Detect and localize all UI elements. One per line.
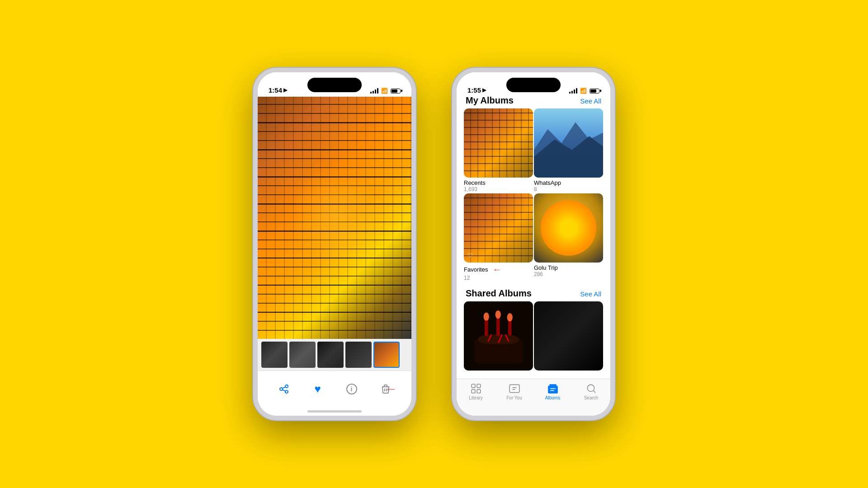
blind-slat-2 [258, 150, 411, 150]
signal-bar-2 [373, 91, 374, 94]
album-name-whatsapp: WhatsApp [534, 179, 603, 186]
battery-fill-2 [590, 89, 596, 93]
signal-bar-1 [370, 92, 372, 94]
album-name-golu: Golu Trip [534, 264, 603, 271]
phone2-screen: 1:55 ▶ 📶 + [457, 72, 610, 416]
tab-library[interactable]: Library [457, 383, 495, 400]
foryou-icon [509, 383, 520, 394]
info-button[interactable]: i [345, 382, 359, 396]
svg-rect-8 [508, 319, 512, 335]
signal-bars-2 [569, 88, 577, 94]
svg-rect-17 [472, 389, 475, 393]
signal-bars-1 [370, 88, 378, 94]
svg-rect-20 [548, 386, 558, 394]
location-icon-1: ▶ [283, 87, 287, 93]
status-time-2: 1:55 ▶ [467, 86, 486, 94]
signal-bar-2-2 [571, 91, 573, 94]
heart-icon: ♥ [314, 383, 321, 395]
svg-rect-6 [485, 319, 488, 336]
blind-slat-5 [258, 231, 411, 232]
delete-button[interactable] [379, 382, 392, 396]
tab-albums[interactable]: Albums [533, 383, 572, 400]
blind-slat-3 [258, 177, 411, 178]
shared-albums-section: Shared Albums See All [457, 285, 610, 372]
album-whatsapp[interactable]: WhatsApp 8 [534, 108, 603, 192]
dynamic-island-2 [506, 78, 561, 92]
my-albums-see-all[interactable]: See All [580, 97, 601, 105]
status-icons-1: 📶 [370, 88, 401, 94]
signal-bar-4 [377, 88, 378, 94]
tab-label-search: Search [584, 395, 599, 400]
signal-bar-3 [375, 89, 376, 94]
phone1-frame: 1:54 ▶ 📶 ‹ [253, 68, 416, 420]
album-count-favorites: 12 [464, 275, 533, 281]
time-display-2: 1:55 [467, 86, 481, 94]
info-label: i [351, 385, 353, 393]
album-count-whatsapp: 8 [534, 186, 603, 192]
album-favorites[interactable]: ♡ Favorites ← 12 [464, 193, 533, 281]
status-icons-2: 📶 [569, 88, 599, 94]
tab-for-you[interactable]: For You [495, 383, 533, 400]
album-cake[interactable] [464, 301, 533, 372]
albums-icon [547, 383, 559, 394]
album-name-favorites: Favorites [464, 266, 488, 273]
battery-icon-2 [590, 89, 599, 94]
thumbnail-1[interactable] [261, 342, 288, 368]
phone1-screen: 1:54 ▶ 📶 ‹ [258, 72, 411, 416]
main-photo [258, 93, 411, 339]
album-name-row-favorites: Favorites ← [464, 264, 533, 275]
thumbnail-4[interactable] [345, 342, 372, 368]
album-recents[interactable]: Recents 1,693 [464, 108, 533, 192]
photo-area[interactable] [258, 93, 411, 339]
info-icon: i [346, 384, 357, 394]
battery-icon-1 [391, 89, 401, 94]
shared-albums-see-all[interactable]: See All [580, 290, 601, 298]
home-bar-1 [307, 410, 362, 413]
tab-label-for-you: For You [506, 395, 522, 400]
wifi-icon-2: 📶 [580, 88, 587, 94]
blind-slat-4 [258, 204, 411, 205]
album-thumb-favorites: ♡ [464, 193, 533, 263]
thumbnail-2[interactable] [289, 342, 316, 368]
blind-slat-6 [258, 258, 411, 258]
location-icon-2: ▶ [482, 87, 486, 93]
favorite-button[interactable]: ♥ ← [311, 382, 325, 396]
signal-bar-2-3 [574, 89, 575, 94]
shared-albums-title: Shared Albums [466, 288, 532, 299]
svg-point-9 [484, 312, 489, 320]
album-count-golu: 286 [534, 271, 603, 277]
phones-container: 1:54 ▶ 📶 ‹ [253, 68, 615, 420]
thumbnail-5-selected[interactable] [373, 342, 400, 368]
tab-bar: Library For You Albums [457, 379, 610, 416]
share-button[interactable] [277, 382, 291, 396]
svg-rect-7 [496, 317, 500, 336]
fav-heart-icon: ♡ [467, 252, 473, 259]
svg-rect-16 [477, 384, 481, 388]
flower-petals [541, 200, 596, 255]
library-icon [470, 383, 482, 394]
my-albums-title: My Albums [466, 95, 514, 106]
time-display-1: 1:54 [269, 86, 282, 94]
album-dark[interactable] [534, 301, 603, 372]
signal-bar-2-1 [569, 92, 571, 94]
albums-content: My Albums See All Recents 1,693 [457, 92, 610, 379]
svg-rect-18 [477, 389, 481, 393]
tab-search[interactable]: Search [572, 383, 610, 400]
wifi-icon-1: 📶 [381, 88, 388, 94]
favorites-arrow: ← [490, 264, 501, 275]
blind-slat-1 [258, 122, 411, 123]
thumbnail-3[interactable] [317, 342, 344, 368]
album-thumb-whatsapp [534, 108, 603, 178]
album-golu[interactable]: Golu Trip 286 [534, 193, 603, 281]
shared-albums-grid [457, 301, 610, 372]
tab-label-library: Library [469, 395, 483, 400]
album-count-recents: 1,693 [464, 186, 533, 192]
home-indicator-1 [258, 407, 411, 416]
tab-label-albums: Albums [545, 395, 560, 400]
blinds-overlay [258, 93, 411, 339]
blind-slat-8 [258, 312, 411, 313]
thumbnail-strip[interactable] [258, 339, 411, 371]
album-thumb-golu [534, 193, 603, 263]
toolbar: ♥ ← i [258, 371, 411, 407]
svg-point-11 [507, 313, 513, 321]
